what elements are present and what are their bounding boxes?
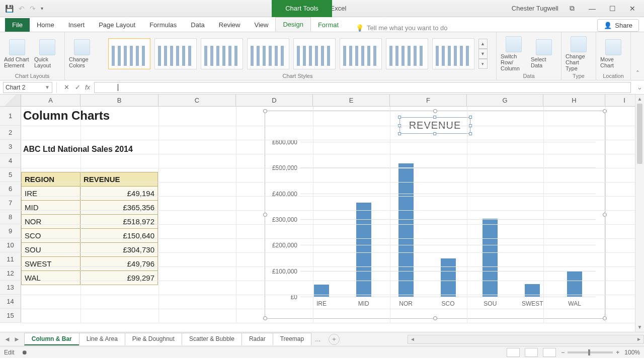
table-row[interactable]: IRE£49,194 [22,187,158,201]
chart-style-3[interactable] [201,38,243,69]
save-icon[interactable]: 💾 [5,5,14,13]
worksheet[interactable]: A B C D E F G H I 123456789101112131415 … [0,95,644,332]
normal-view-icon[interactable] [507,348,520,357]
col-header-D[interactable]: D [236,95,313,107]
sheet-tab[interactable]: Column & Bar [24,333,79,345]
tab-file[interactable]: File [5,18,30,32]
table-cell-revenue[interactable]: £150,640 [80,229,158,243]
row-header[interactable]: 13 [0,281,21,295]
change-chart-type-button[interactable]: Change Chart Type [566,36,592,71]
table-cell-region[interactable]: NOR [22,215,80,229]
row-header[interactable]: 11 [0,252,21,266]
sheet-tab[interactable]: Pie & Doughnut [125,333,182,345]
sheet-tab[interactable]: Scatter & Bubble [182,333,242,345]
vertical-scrollbar[interactable]: ▲ ▼ [635,95,644,332]
select-all-button[interactable] [0,95,21,107]
zoom-slider[interactable]: − + [561,349,619,356]
tab-formulas[interactable]: Formulas [142,18,184,32]
chart-handle[interactable] [603,213,607,217]
horizontal-scrollbar[interactable]: ◄ ► [408,335,644,344]
chart-handle[interactable] [433,109,437,113]
close-icon[interactable]: ✕ [626,5,639,13]
tab-data[interactable]: Data [184,18,211,32]
scroll-thumb[interactable] [637,104,642,164]
chart-handle[interactable] [603,316,607,320]
sheet-tab[interactable]: Treemap [273,333,312,345]
sheet-tab[interactable]: Line & Area [79,333,125,345]
formula-input[interactable] [94,82,631,93]
table-row[interactable]: SWEST£49,796 [22,257,158,271]
chart-style-8[interactable] [432,38,474,69]
chart-handle[interactable] [603,109,607,113]
enter-icon[interactable]: ✓ [72,83,83,91]
col-header-E[interactable]: E [313,95,390,107]
row-header[interactable]: 15 [0,309,21,323]
redo-icon[interactable]: ↷ [30,5,36,13]
scroll-down-icon[interactable]: ▼ [635,323,644,332]
chart-bar[interactable] [314,285,329,297]
scroll-up-icon[interactable]: ▲ [635,95,644,104]
chart-handle[interactable] [263,213,267,217]
col-header-G[interactable]: G [467,95,543,107]
select-data-button[interactable]: Select Data [531,39,557,68]
zoom-level[interactable]: 100% [624,349,640,356]
user-name[interactable]: Chester Tugwell [512,5,558,12]
table-cell-revenue[interactable]: £49,796 [80,257,158,271]
ribbon-display-icon[interactable]: ⧉ [566,4,579,13]
chart-bar[interactable] [356,203,371,297]
tab-review[interactable]: Review [212,18,248,32]
tab-design[interactable]: Design [275,17,310,32]
table-row[interactable]: SCO£150,640 [22,229,158,243]
table-cell-region[interactable]: WAL [22,271,80,285]
row-header[interactable]: 5 [0,168,21,182]
row-header[interactable]: 8 [0,210,21,224]
expand-formula-bar-icon[interactable]: ⌄ [635,83,644,91]
data-table[interactable]: REGION REVENUE IRE£49,194MID£365,356NOR£… [21,172,158,285]
row-header[interactable]: 12 [0,266,21,281]
chart-bar[interactable] [398,163,414,297]
maximize-icon[interactable]: ☐ [606,5,619,13]
sheet-tabs-more[interactable]: ... [311,335,325,343]
chart-handle[interactable] [433,316,437,320]
cell-subtitle[interactable]: ABC Ltd National Sales 2014 [23,145,133,154]
styles-more-icon[interactable]: ▾ [478,59,488,69]
styles-scroll-up-icon[interactable]: ▲ [478,39,488,49]
chart-plot-area[interactable]: IREMIDNORSCOSOUSWESTWAL £0£100,000£200,0… [300,142,596,297]
chart-bar[interactable] [525,284,540,297]
cancel-icon[interactable]: ✕ [61,83,72,91]
chart-bar[interactable] [482,219,498,297]
page-layout-view-icon[interactable] [525,348,538,357]
table-header-revenue[interactable]: REVENUE [80,172,158,187]
row-header[interactable]: 9 [0,224,21,238]
zoom-out-icon[interactable]: − [561,349,565,356]
undo-icon[interactable]: ↶ [19,5,25,13]
row-header[interactable]: 10 [0,238,21,252]
table-cell-revenue[interactable]: £304,730 [80,243,158,257]
row-header[interactable]: 14 [0,295,21,309]
tab-page-layout[interactable]: Page Layout [92,18,142,32]
col-header-F[interactable]: F [390,95,467,107]
cells-grid[interactable]: Column Charts ABC Ltd National Sales 201… [21,107,644,323]
sheet-nav-prev-icon[interactable]: ◄ [4,335,11,343]
row-header[interactable]: 3 [0,140,21,154]
table-row[interactable]: MID£365,356 [22,201,158,215]
table-cell-revenue[interactable]: £365,356 [80,201,158,215]
move-chart-button[interactable]: Move Chart [600,39,626,68]
chart-style-6[interactable] [340,38,382,69]
chart-bar[interactable] [567,272,582,297]
row-header[interactable]: 2 [0,126,21,140]
col-header-C[interactable]: C [158,95,236,107]
macro-record-icon[interactable]: ⏺ [22,349,28,356]
sheet-nav-next-icon[interactable]: ► [14,335,20,343]
quick-layout-button[interactable]: Quick Layout [34,39,60,68]
chart-bar[interactable] [441,258,456,297]
qat-customize-icon[interactable]: ▾ [41,6,43,11]
row-header[interactable]: 7 [0,196,21,210]
table-row[interactable]: WAL£99,297 [22,271,158,285]
hscroll-left-icon[interactable]: ◄ [408,336,417,342]
table-header-region[interactable]: REGION [22,172,80,187]
col-header-H[interactable]: H [543,95,605,107]
page-break-view-icon[interactable] [543,348,556,357]
share-button[interactable]: 👤 Share [597,19,639,32]
chart-object[interactable]: REVENUE IREMIDNORSCOSOUSWESTWAL £0£100,0… [265,111,605,319]
